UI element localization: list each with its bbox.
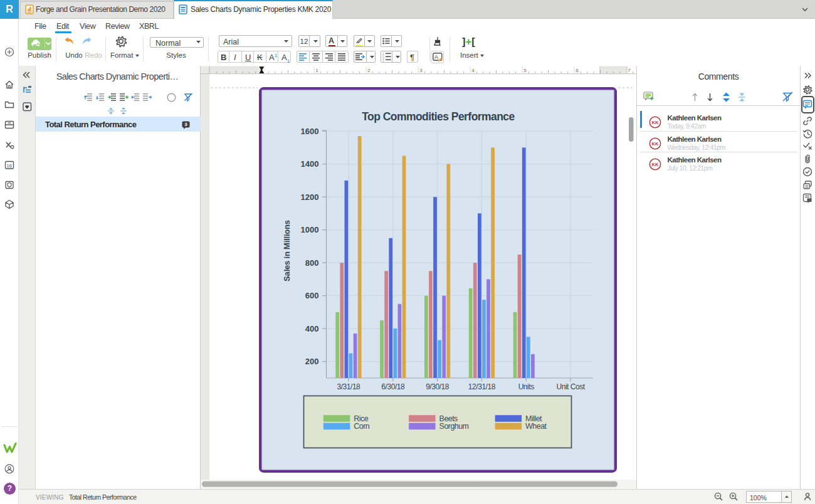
svg-text:5: 5 <box>523 68 527 73</box>
svg-text:9/30/18: 9/30/18 <box>426 382 450 391</box>
svg-text:4: 4 <box>471 68 475 73</box>
svg-text:600: 600 <box>305 291 319 300</box>
svg-text:6/30/18: 6/30/18 <box>381 382 405 391</box>
svg-text:2: 2 <box>367 68 371 73</box>
svg-text:400: 400 <box>305 324 319 333</box>
svg-text:Unit Cost: Unit Cost <box>556 382 585 391</box>
svg-text:KK: KK <box>651 120 658 125</box>
svg-text:16: 16 <box>7 163 12 169</box>
svg-text:1600: 1600 <box>301 127 319 136</box>
svg-text:1: 1 <box>315 68 318 73</box>
svg-text:1200: 1200 <box>301 192 319 202</box>
svg-text:Sorghum: Sorghum <box>439 422 469 431</box>
svg-text:Top Commodities Performance: Top Commodities Performance <box>362 110 515 123</box>
svg-text:1000: 1000 <box>301 225 319 234</box>
svg-text:Wheat: Wheat <box>525 422 547 431</box>
svg-text:KK: KK <box>651 141 658 147</box>
svg-text:Units: Units <box>518 382 535 391</box>
svg-text:12/31/18: 12/31/18 <box>468 382 496 391</box>
svg-text:3/31/18: 3/31/18 <box>337 382 360 391</box>
svg-text:1400: 1400 <box>301 159 319 169</box>
svg-text:3: 3 <box>382 58 384 61</box>
svg-text:Sales in Millions: Sales in Millions <box>282 220 292 281</box>
svg-text:200: 200 <box>305 357 319 366</box>
svg-text:3: 3 <box>419 68 423 73</box>
svg-text:A: A <box>434 54 438 60</box>
svg-text:6: 6 <box>576 68 579 73</box>
svg-text:3: 3 <box>184 122 187 127</box>
svg-text:Corn: Corn <box>354 422 369 431</box>
svg-text:7: 7 <box>628 68 631 73</box>
svg-text:800: 800 <box>305 258 319 268</box>
svg-text:KK: KK <box>651 162 658 167</box>
